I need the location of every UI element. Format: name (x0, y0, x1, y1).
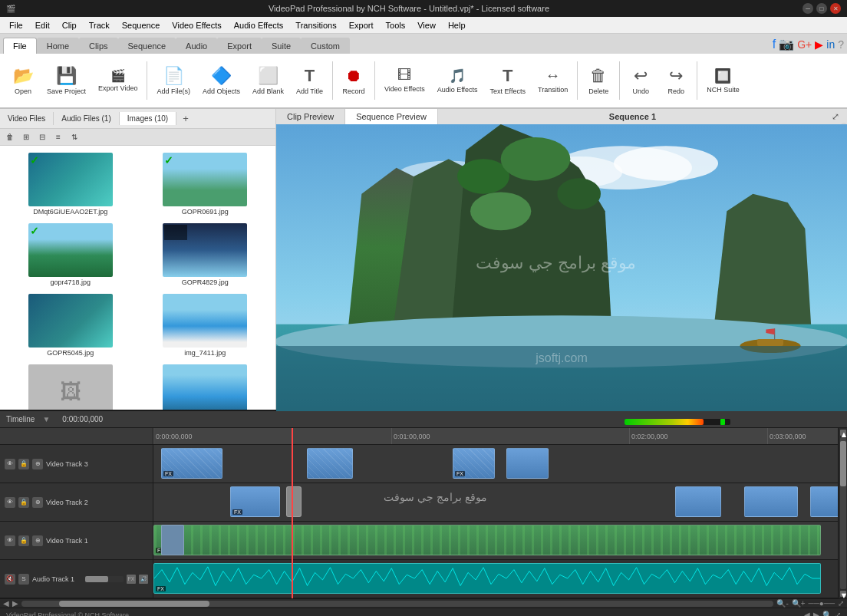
menu-clip[interactable]: Clip (56, 19, 83, 31)
save-project-button[interactable]: 💾 Save Project (41, 57, 91, 104)
video-clip[interactable] (506, 448, 549, 479)
scroll-down-button[interactable]: ▼ (840, 591, 846, 597)
file-tool-list[interactable]: ≡ (51, 130, 65, 144)
video-clip[interactable] (307, 448, 353, 479)
tab-file[interactable]: File (3, 38, 37, 54)
minimize-button[interactable]: ─ (803, 3, 813, 14)
timeline-scroll-track[interactable] (21, 601, 773, 607)
menu-edit[interactable]: Edit (29, 19, 56, 31)
menu-help[interactable]: Help (442, 19, 472, 31)
playhead[interactable] (292, 428, 293, 598)
menu-track[interactable]: Track (83, 19, 116, 31)
video-clip[interactable] (675, 486, 721, 517)
list-item[interactable]: ✓ GOPR0691.jpg (140, 150, 272, 218)
track-audio-volume-button[interactable]: 🔊 (139, 575, 148, 584)
track-eye-button[interactable]: 👁 (5, 459, 15, 469)
track-snap-button[interactable]: ⊕ (32, 535, 43, 546)
list-item[interactable]: GOPR5045.jpg (5, 292, 137, 359)
bottom-icon-2[interactable]: ▶ (813, 611, 819, 616)
video-clip-transition[interactable] (286, 486, 302, 517)
scroll-right-button[interactable]: ▶ (12, 599, 18, 608)
social-facebook-icon[interactable]: f (773, 38, 776, 51)
undo-button[interactable]: ↩ Undo (624, 57, 657, 104)
track-snap-button[interactable]: ⊕ (32, 459, 43, 469)
add-title-button[interactable]: T Add Title (291, 57, 328, 104)
timeline-ruler[interactable]: 0:00:00,000 0:01:00,000 0:02:00,000 0:03… (153, 428, 838, 445)
close-button[interactable]: ✕ (830, 3, 841, 14)
video-clip[interactable] (810, 486, 838, 517)
clip-preview-tab[interactable]: Clip Preview (276, 109, 345, 124)
file-tool-sort[interactable]: ⇅ (68, 130, 81, 144)
track-eye-button[interactable]: 👁 (5, 497, 15, 508)
menu-sequence[interactable]: Sequence (116, 19, 166, 31)
menu-file[interactable]: File (3, 19, 29, 31)
tab-sequence[interactable]: Sequence (118, 38, 176, 54)
list-item[interactable] (140, 362, 272, 410)
scroll-up-button[interactable]: ▲ (840, 430, 846, 436)
video-effects-button[interactable]: 🎞 Video Effects (379, 57, 430, 104)
video-clip[interactable] (744, 486, 798, 517)
video-clip-main[interactable]: FX (153, 525, 821, 555)
window-controls[interactable]: ─ □ ✕ (803, 3, 841, 14)
track-audio-fx-button[interactable]: FX (127, 575, 136, 584)
file-tool-delete[interactable]: 🗑 (3, 130, 17, 144)
delete-button[interactable]: 🗑 Delete (582, 57, 615, 104)
track-eye-button[interactable]: 👁 (5, 535, 15, 546)
list-item[interactable]: ✓ DMqt6GiUEAAO2ET.jpg (5, 150, 137, 218)
redo-button[interactable]: ↪ Redo (659, 57, 693, 104)
menu-transitions[interactable]: Transitions (289, 19, 342, 31)
menu-export[interactable]: Export (343, 19, 380, 31)
timeline-scroll-thumb[interactable] (59, 601, 209, 607)
add-files-button[interactable]: 📄 Add File(s) (151, 57, 196, 104)
tab-clips[interactable]: Clips (79, 38, 117, 54)
video-clip[interactable]: FX (161, 448, 222, 479)
social-google-icon[interactable]: G+ (797, 38, 812, 51)
menu-video-effects[interactable]: Video Effects (166, 19, 227, 31)
list-item[interactable]: GOPR4829.jpg (140, 221, 272, 288)
list-item[interactable]: 🖼 (5, 362, 137, 410)
social-youtube-icon[interactable]: ▶ (815, 38, 823, 51)
scroll-track[interactable] (840, 437, 846, 589)
transition-button[interactable]: ↔ Transition (532, 57, 573, 104)
menu-view[interactable]: View (411, 19, 442, 31)
export-video-button[interactable]: 🎬 Export Video (93, 57, 143, 104)
tab-audio[interactable]: Audio (176, 38, 217, 54)
menu-audio-effects[interactable]: Audio Effects (228, 19, 290, 31)
scroll-left-button[interactable]: ◀ (3, 599, 9, 608)
zoom-out-button[interactable]: 🔍- (776, 599, 788, 608)
fit-to-window-button[interactable]: ⤢ (838, 599, 844, 608)
text-effects-button[interactable]: T Text Effects (485, 57, 531, 104)
maximize-button[interactable]: □ (816, 3, 827, 14)
social-linkedin-icon[interactable]: in (826, 38, 835, 51)
timeline-right-scrollbar[interactable]: ▲ ▼ (838, 428, 847, 598)
audio-effects-button[interactable]: 🎵 Audio Effects (432, 57, 483, 104)
list-item[interactable]: img_7411.jpg (140, 292, 272, 359)
add-objects-button[interactable]: 🔷 Add Objects (197, 57, 246, 104)
menu-tools[interactable]: Tools (380, 19, 412, 31)
track-lock-button[interactable]: 🔒 (18, 535, 29, 546)
audio-clip[interactable]: // Generate waveform bars via inline app… (153, 563, 821, 594)
zoom-in-button[interactable]: 🔍+ (792, 599, 806, 608)
file-tab-video[interactable]: Video Files (0, 112, 54, 125)
tab-custom[interactable]: Custom (301, 38, 350, 54)
track-solo-button[interactable]: S (18, 574, 29, 585)
track-lock-button[interactable]: 🔒 (18, 459, 29, 469)
tab-home[interactable]: Home (37, 38, 79, 54)
tab-export[interactable]: Export (217, 38, 262, 54)
tab-suite[interactable]: Suite (262, 38, 301, 54)
nch-suite-button[interactable]: 🔲 NCH Suite (701, 57, 745, 104)
sequence-preview-tab[interactable]: Sequence Preview (345, 109, 438, 124)
track-snap-button[interactable]: ⊕ (32, 497, 43, 508)
social-instagram-icon[interactable]: 📷 (779, 37, 794, 51)
file-tab-audio[interactable]: Audio Files (1) (54, 112, 119, 125)
video-clip[interactable] (161, 525, 184, 555)
file-tool-grid-small[interactable]: ⊟ (35, 130, 49, 144)
file-tab-images[interactable]: Images (10) (120, 112, 176, 125)
video-clip[interactable]: FX (453, 448, 495, 479)
bottom-fit-icon[interactable]: ⤢ (835, 611, 841, 616)
file-tool-grid-large[interactable]: ⊞ (19, 130, 33, 144)
video-clip[interactable]: FX (230, 486, 280, 517)
zoom-slider[interactable]: ──●── (809, 599, 835, 608)
bottom-icon-1[interactable]: ◀ (804, 611, 810, 616)
track-lock-button[interactable]: 🔒 (18, 497, 29, 508)
